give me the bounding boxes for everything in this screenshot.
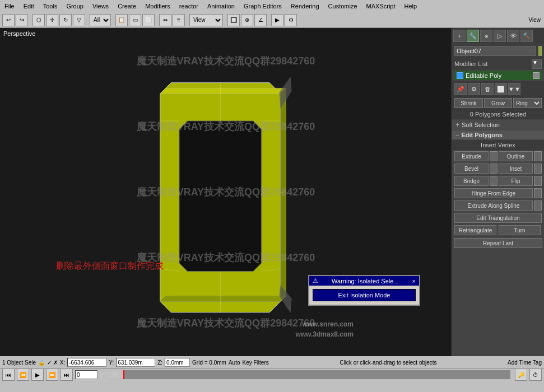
move-button[interactable]: ✛ bbox=[46, 14, 58, 26]
undo-button[interactable]: ↩ bbox=[2, 14, 15, 26]
panel-icon-utilities[interactable]: 🔨 bbox=[520, 30, 533, 42]
edit-polygons-section[interactable]: − Edit Polygons bbox=[452, 130, 544, 139]
object-name-input[interactable] bbox=[454, 46, 536, 56]
menu-modifiers[interactable]: Modifiers bbox=[143, 3, 173, 10]
right-panel-scroll[interactable]: Modifier List ▼ Editable Poly 📌 ⚙ 🗑 ⬜ ▼▼ bbox=[452, 44, 544, 356]
shrink-button[interactable]: Shrink bbox=[454, 98, 483, 108]
pin-stack-button[interactable]: 📌 bbox=[454, 83, 467, 95]
viewport[interactable]: Perspective 魔天制造VRAY技术交流QQ群29842760 魔天制造… bbox=[0, 28, 452, 356]
ring-loop-dropdown[interactable]: RingLoop bbox=[513, 98, 542, 108]
timeline-controls: ⏮ ⏪ ▶ ⏩ ⏭ 0 / 100 🔑 ⏱ bbox=[0, 369, 544, 380]
bridge-settings-button[interactable] bbox=[490, 176, 497, 186]
delete-modifier-button[interactable]: 🗑 bbox=[481, 83, 494, 95]
timeline-frame-input[interactable] bbox=[75, 370, 97, 379]
extrude-button[interactable]: Extrude bbox=[454, 151, 489, 161]
warning-title-bar: ⚠ Warning: Isolated Sele... × bbox=[309, 276, 419, 286]
inset-settings-button[interactable] bbox=[534, 164, 542, 174]
select-by-name-button[interactable]: 📋 bbox=[115, 14, 128, 26]
outline-settings-button[interactable] bbox=[534, 151, 542, 161]
scale-button[interactable]: ▽ bbox=[73, 14, 85, 26]
modifier-list-label: Modifier List bbox=[454, 60, 529, 67]
status-x-label: X: bbox=[60, 360, 65, 366]
menu-edit[interactable]: Edit bbox=[21, 3, 36, 10]
soft-selection-section[interactable]: + Soft Selection bbox=[452, 120, 544, 130]
panel-icon-motion[interactable]: ▷ bbox=[494, 30, 506, 42]
timeline-next-frame[interactable]: ⏩ bbox=[46, 368, 58, 381]
menu-help[interactable]: Help bbox=[402, 3, 420, 10]
view-dropdown[interactable]: View bbox=[189, 14, 223, 26]
bevel-inset-row: Bevel Inset bbox=[452, 162, 544, 175]
collapse-all-button[interactable]: ▼▼ bbox=[508, 83, 520, 95]
bridge-button[interactable]: Bridge bbox=[454, 176, 489, 186]
timeline-track[interactable] bbox=[123, 370, 510, 379]
select-button[interactable]: ⬡ bbox=[32, 14, 45, 26]
align-button[interactable]: ≡ bbox=[173, 14, 185, 26]
panel-icon-create[interactable]: + bbox=[453, 30, 466, 42]
modifier-list-dropdown[interactable]: ▼ bbox=[532, 59, 542, 69]
redo-button[interactable]: ↪ bbox=[16, 14, 28, 26]
repeat-last-button[interactable]: Repeat Last bbox=[454, 238, 542, 248]
exit-isolation-button[interactable]: Exit Isolation Mode bbox=[313, 289, 416, 301]
timeline-go-end[interactable]: ⏭ bbox=[61, 368, 73, 381]
menu-maxscript[interactable]: MAXScript bbox=[364, 3, 398, 10]
status-z-input[interactable] bbox=[165, 358, 190, 367]
menu-animation[interactable]: Animation bbox=[205, 3, 237, 10]
brand-watermark-3dmax: www.3dmax8.com bbox=[295, 330, 354, 338]
make-unique-button[interactable]: ⬜ bbox=[495, 83, 507, 95]
status-z-label: Z: bbox=[157, 360, 162, 366]
grow-button[interactable]: Grow bbox=[484, 98, 513, 108]
snap-toggle[interactable]: ⊕ bbox=[241, 14, 253, 26]
menu-views[interactable]: Views bbox=[90, 3, 111, 10]
warning-close-button[interactable]: × bbox=[412, 278, 416, 284]
modifier-right-handle[interactable] bbox=[533, 72, 540, 79]
render-setup-button[interactable]: ⚙ bbox=[285, 14, 297, 26]
hinge-from-edge-button[interactable]: Hinge From Edge bbox=[454, 188, 533, 198]
status-x-input[interactable] bbox=[67, 358, 106, 367]
render-button[interactable]: ▶ bbox=[271, 14, 283, 26]
mirror-button[interactable]: ⇔ bbox=[159, 14, 171, 26]
edit-triangulation-button[interactable]: Edit Triangulation bbox=[454, 213, 542, 223]
panel-icon-display[interactable]: 👁 bbox=[507, 30, 519, 42]
timeline-key-mode[interactable]: 🔑 bbox=[515, 368, 527, 381]
timeline-prev-frame[interactable]: ⏪ bbox=[17, 368, 29, 381]
modifier-editable-poly[interactable]: Editable Poly bbox=[454, 71, 542, 80]
turn-button[interactable]: Turn bbox=[499, 225, 541, 235]
rect-select-button[interactable]: ▭ bbox=[129, 14, 141, 26]
bevel-settings-button[interactable] bbox=[490, 164, 497, 174]
status-y-input[interactable] bbox=[116, 358, 155, 367]
timeline-play[interactable]: ▶ bbox=[31, 368, 44, 381]
menu-group[interactable]: Group bbox=[64, 3, 86, 10]
menu-reactor[interactable]: reactor bbox=[177, 3, 201, 10]
menu-file[interactable]: File bbox=[2, 3, 17, 10]
menu-tools[interactable]: Tools bbox=[41, 3, 60, 10]
configure-button[interactable]: ⚙ bbox=[468, 83, 480, 95]
status-add-time-tag[interactable]: Add Time Tag bbox=[508, 360, 542, 366]
hinge-settings-button[interactable] bbox=[534, 188, 542, 198]
window-cross-button[interactable]: ⬜ bbox=[142, 14, 155, 26]
timeline-time-config[interactable]: ⏱ bbox=[529, 368, 542, 381]
menu-graph-editors[interactable]: Graph Editors bbox=[241, 3, 284, 10]
modifier-list-row: Modifier List ▼ bbox=[452, 58, 544, 70]
menu-customize[interactable]: Customize bbox=[326, 3, 360, 10]
flip-button[interactable]: Flip bbox=[499, 176, 533, 186]
snap-button[interactable]: 🔲 bbox=[227, 14, 240, 26]
bevel-button[interactable]: Bevel bbox=[454, 164, 489, 174]
rotate-button[interactable]: ↻ bbox=[59, 14, 72, 26]
insert-vertex-row[interactable]: Insert Vertex bbox=[452, 140, 544, 150]
panel-icon-modify[interactable]: 🔧 bbox=[467, 30, 479, 42]
menu-create[interactable]: Create bbox=[115, 3, 138, 10]
retriangulate-button[interactable]: Retriangulate bbox=[454, 225, 496, 235]
extrude-along-spline-button[interactable]: Extrude Along Spline bbox=[454, 200, 533, 211]
flip-settings-button[interactable] bbox=[534, 176, 542, 186]
angle-snap-button[interactable]: ∠ bbox=[254, 14, 267, 26]
menu-rendering[interactable]: Rendering bbox=[289, 3, 322, 10]
outline-button[interactable]: Outline bbox=[499, 151, 533, 161]
panel-icon-hierarchy[interactable]: ⎈ bbox=[480, 30, 492, 42]
extrude-spline-settings-button[interactable] bbox=[534, 200, 542, 211]
object-color-swatch[interactable] bbox=[538, 46, 542, 56]
extrude-settings-button[interactable] bbox=[490, 151, 497, 161]
view-label-right: View bbox=[528, 17, 542, 23]
timeline-go-start[interactable]: ⏮ bbox=[2, 368, 15, 381]
selection-filter-dropdown[interactable]: All bbox=[90, 14, 111, 26]
inset-button[interactable]: Inset bbox=[499, 164, 533, 174]
